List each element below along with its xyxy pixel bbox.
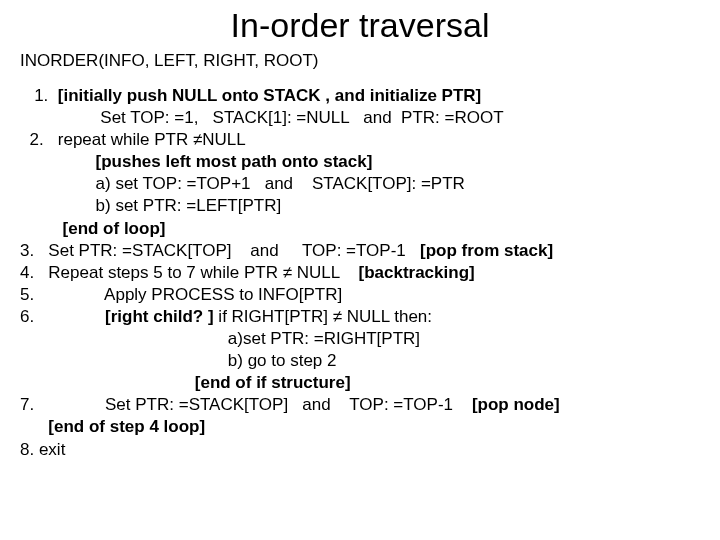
line-6: b) set PTR: =LEFT[PTR] (20, 196, 281, 215)
algorithm-body: 1. [initially push NULL onto STACK , and… (20, 85, 700, 461)
line-10: 5. Apply PROCESS to INFO[PTR] (20, 285, 342, 304)
slide-title: In-order traversal (20, 6, 700, 45)
line-5: a) set TOP: =TOP+1 and STACK[TOP]: =PTR (20, 174, 465, 193)
line-11b: [right child? ] (105, 307, 214, 326)
function-signature: INORDER(INFO, LEFT, RIGHT, ROOT) (20, 51, 700, 71)
line-7-note: [end of loop] (63, 219, 166, 238)
line-16-pad (20, 417, 48, 436)
line-4-pad (20, 152, 96, 171)
line-8a: 3. Set PTR: =STACK[TOP] and TOP: =TOP-1 (20, 241, 420, 260)
line-4-note: [pushes left most path onto stack] (96, 152, 373, 171)
slide: In-order traversal INORDER(INFO, LEFT, R… (0, 0, 720, 540)
line-2: Set TOP: =1, STACK[1]: =NULL and PTR: =R… (20, 108, 504, 127)
line-11c: if RIGHT[PTR] ≠ NULL then: (214, 307, 432, 326)
line-15a: 7. Set PTR: =STACK[TOP] and TOP: =TOP-1 (20, 395, 472, 414)
line-14-pad (20, 373, 195, 392)
line-11a: 6. (20, 307, 105, 326)
line-9a: 4. Repeat steps 5 to 7 while PTR ≠ NULL (20, 263, 358, 282)
line-1-note: [initially push NULL onto STACK , and in… (58, 86, 481, 105)
line-9b: [backtracking] (358, 263, 474, 282)
line-1-num: 1. (20, 86, 58, 105)
line-12: a)set PTR: =RIGHT[PTR] (20, 329, 420, 348)
line-8b: [pop from stack] (420, 241, 553, 260)
line-16-note: [end of step 4 loop] (48, 417, 205, 436)
line-7-pad (20, 219, 63, 238)
line-14-note: [end of if structure] (195, 373, 351, 392)
line-13: b) go to step 2 (20, 351, 337, 370)
line-15b: [pop node] (472, 395, 560, 414)
line-17: 8. exit (20, 440, 65, 459)
line-3: 2. repeat while PTR ≠NULL (20, 130, 246, 149)
